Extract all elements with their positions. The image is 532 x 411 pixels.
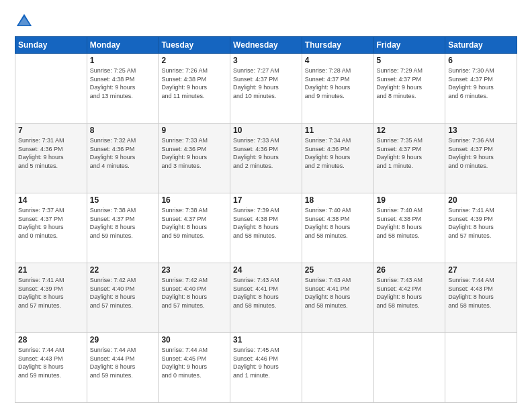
day-info: Sunrise: 7:35 AM Sunset: 4:37 PM Dayligh… xyxy=(377,136,443,170)
calendar-cell: 3Sunrise: 7:27 AM Sunset: 4:37 PM Daylig… xyxy=(230,54,302,124)
day-info: Sunrise: 7:25 AM Sunset: 4:38 PM Dayligh… xyxy=(90,66,156,100)
day-number: 11 xyxy=(305,126,371,135)
day-info: Sunrise: 7:41 AM Sunset: 4:39 PM Dayligh… xyxy=(18,276,84,310)
day-info: Sunrise: 7:43 AM Sunset: 4:41 PM Dayligh… xyxy=(305,276,371,310)
day-info: Sunrise: 7:36 AM Sunset: 4:37 PM Dayligh… xyxy=(448,136,514,170)
day-info: Sunrise: 7:45 AM Sunset: 4:46 PM Dayligh… xyxy=(233,346,299,379)
day-info: Sunrise: 7:33 AM Sunset: 4:36 PM Dayligh… xyxy=(161,136,227,170)
day-number: 5 xyxy=(377,56,443,65)
calendar-cell: 6Sunrise: 7:30 AM Sunset: 4:37 PM Daylig… xyxy=(445,54,517,124)
calendar-cell: 13Sunrise: 7:36 AM Sunset: 4:37 PM Dayli… xyxy=(445,124,517,193)
day-info: Sunrise: 7:40 AM Sunset: 4:38 PM Dayligh… xyxy=(305,206,371,240)
day-number: 16 xyxy=(161,195,227,205)
day-info: Sunrise: 7:27 AM Sunset: 4:37 PM Dayligh… xyxy=(233,66,299,100)
calendar-cell: 11Sunrise: 7:34 AM Sunset: 4:36 PM Dayli… xyxy=(302,124,373,193)
day-info: Sunrise: 7:44 AM Sunset: 4:43 PM Dayligh… xyxy=(18,346,84,379)
day-number: 3 xyxy=(233,56,299,65)
page: Sunday Monday Tuesday Wednesday Thursday… xyxy=(0,0,532,411)
calendar-week-row: 21Sunrise: 7:41 AM Sunset: 4:39 PM Dayli… xyxy=(15,263,517,333)
calendar-cell: 22Sunrise: 7:42 AM Sunset: 4:40 PM Dayli… xyxy=(87,263,159,333)
day-number: 12 xyxy=(377,126,443,135)
day-info: Sunrise: 7:31 AM Sunset: 4:36 PM Dayligh… xyxy=(18,136,84,170)
calendar-cell: 18Sunrise: 7:40 AM Sunset: 4:38 PM Dayli… xyxy=(302,193,373,263)
day-info: Sunrise: 7:44 AM Sunset: 4:43 PM Dayligh… xyxy=(448,276,514,310)
day-info: Sunrise: 7:41 AM Sunset: 4:39 PM Dayligh… xyxy=(448,206,514,240)
col-thursday: Thursday xyxy=(302,37,373,54)
day-number: 21 xyxy=(18,265,84,275)
day-number: 20 xyxy=(448,195,514,205)
calendar-cell: 25Sunrise: 7:43 AM Sunset: 4:41 PM Dayli… xyxy=(302,263,373,333)
day-info: Sunrise: 7:43 AM Sunset: 4:41 PM Dayligh… xyxy=(233,276,299,310)
calendar-cell xyxy=(445,333,517,403)
day-info: Sunrise: 7:32 AM Sunset: 4:36 PM Dayligh… xyxy=(90,136,156,170)
calendar-week-row: 28Sunrise: 7:44 AM Sunset: 4:43 PM Dayli… xyxy=(15,333,517,403)
day-number: 29 xyxy=(90,335,156,345)
calendar-cell: 20Sunrise: 7:41 AM Sunset: 4:39 PM Dayli… xyxy=(445,193,517,263)
calendar-cell xyxy=(373,333,445,403)
day-number: 14 xyxy=(18,195,84,205)
calendar-cell: 19Sunrise: 7:40 AM Sunset: 4:38 PM Dayli… xyxy=(373,193,445,263)
day-number: 24 xyxy=(233,265,299,275)
calendar-cell xyxy=(15,54,87,124)
calendar-cell: 23Sunrise: 7:42 AM Sunset: 4:40 PM Dayli… xyxy=(159,263,230,333)
calendar-cell: 26Sunrise: 7:43 AM Sunset: 4:42 PM Dayli… xyxy=(373,263,445,333)
calendar-cell: 21Sunrise: 7:41 AM Sunset: 4:39 PM Dayli… xyxy=(15,263,87,333)
day-number: 6 xyxy=(448,56,514,65)
day-info: Sunrise: 7:44 AM Sunset: 4:45 PM Dayligh… xyxy=(161,346,227,379)
logo xyxy=(15,12,36,31)
calendar-cell: 7Sunrise: 7:31 AM Sunset: 4:36 PM Daylig… xyxy=(15,124,87,193)
day-info: Sunrise: 7:34 AM Sunset: 4:36 PM Dayligh… xyxy=(305,136,371,170)
day-info: Sunrise: 7:44 AM Sunset: 4:44 PM Dayligh… xyxy=(90,346,156,379)
col-wednesday: Wednesday xyxy=(230,37,302,54)
day-info: Sunrise: 7:38 AM Sunset: 4:37 PM Dayligh… xyxy=(90,206,156,240)
day-number: 27 xyxy=(448,265,514,275)
calendar-cell: 17Sunrise: 7:39 AM Sunset: 4:38 PM Dayli… xyxy=(230,193,302,263)
day-info: Sunrise: 7:28 AM Sunset: 4:37 PM Dayligh… xyxy=(305,66,371,100)
calendar-table: Sunday Monday Tuesday Wednesday Thursday… xyxy=(15,36,517,403)
day-info: Sunrise: 7:33 AM Sunset: 4:36 PM Dayligh… xyxy=(233,136,299,170)
col-friday: Friday xyxy=(373,37,445,54)
day-number: 31 xyxy=(233,335,299,345)
day-number: 4 xyxy=(305,56,371,65)
calendar-cell: 4Sunrise: 7:28 AM Sunset: 4:37 PM Daylig… xyxy=(302,54,373,124)
col-saturday: Saturday xyxy=(445,37,517,54)
day-number: 23 xyxy=(161,265,227,275)
day-number: 22 xyxy=(90,265,156,275)
calendar-cell: 1Sunrise: 7:25 AM Sunset: 4:38 PM Daylig… xyxy=(87,54,159,124)
col-sunday: Sunday xyxy=(15,37,87,54)
day-info: Sunrise: 7:42 AM Sunset: 4:40 PM Dayligh… xyxy=(161,276,227,310)
col-tuesday: Tuesday xyxy=(159,37,230,54)
calendar-cell: 2Sunrise: 7:26 AM Sunset: 4:38 PM Daylig… xyxy=(159,54,230,124)
calendar-cell: 30Sunrise: 7:44 AM Sunset: 4:45 PM Dayli… xyxy=(159,333,230,403)
day-number: 10 xyxy=(233,126,299,135)
day-info: Sunrise: 7:26 AM Sunset: 4:38 PM Dayligh… xyxy=(161,66,227,100)
logo-icon xyxy=(15,12,34,31)
calendar-cell: 24Sunrise: 7:43 AM Sunset: 4:41 PM Dayli… xyxy=(230,263,302,333)
day-info: Sunrise: 7:38 AM Sunset: 4:37 PM Dayligh… xyxy=(161,206,227,240)
calendar-cell: 29Sunrise: 7:44 AM Sunset: 4:44 PM Dayli… xyxy=(87,333,159,403)
calendar-cell: 16Sunrise: 7:38 AM Sunset: 4:37 PM Dayli… xyxy=(159,193,230,263)
day-info: Sunrise: 7:40 AM Sunset: 4:38 PM Dayligh… xyxy=(377,206,443,240)
day-number: 13 xyxy=(448,126,514,135)
calendar-cell: 10Sunrise: 7:33 AM Sunset: 4:36 PM Dayli… xyxy=(230,124,302,193)
day-number: 1 xyxy=(90,56,156,65)
calendar-cell: 5Sunrise: 7:29 AM Sunset: 4:37 PM Daylig… xyxy=(373,54,445,124)
calendar-week-row: 1Sunrise: 7:25 AM Sunset: 4:38 PM Daylig… xyxy=(15,54,517,124)
calendar-cell xyxy=(302,333,373,403)
day-info: Sunrise: 7:39 AM Sunset: 4:38 PM Dayligh… xyxy=(233,206,299,240)
day-number: 8 xyxy=(90,126,156,135)
calendar-cell: 14Sunrise: 7:37 AM Sunset: 4:37 PM Dayli… xyxy=(15,193,87,263)
col-monday: Monday xyxy=(87,37,159,54)
calendar-cell: 31Sunrise: 7:45 AM Sunset: 4:46 PM Dayli… xyxy=(230,333,302,403)
day-number: 26 xyxy=(377,265,443,275)
day-number: 17 xyxy=(233,195,299,205)
calendar-cell: 28Sunrise: 7:44 AM Sunset: 4:43 PM Dayli… xyxy=(15,333,87,403)
calendar-header-row: Sunday Monday Tuesday Wednesday Thursday… xyxy=(15,37,517,54)
day-number: 28 xyxy=(18,335,84,345)
day-number: 9 xyxy=(161,126,227,135)
day-info: Sunrise: 7:30 AM Sunset: 4:37 PM Dayligh… xyxy=(448,66,514,100)
day-number: 30 xyxy=(161,335,227,345)
day-info: Sunrise: 7:42 AM Sunset: 4:40 PM Dayligh… xyxy=(90,276,156,310)
day-number: 19 xyxy=(377,195,443,205)
header xyxy=(15,12,517,31)
